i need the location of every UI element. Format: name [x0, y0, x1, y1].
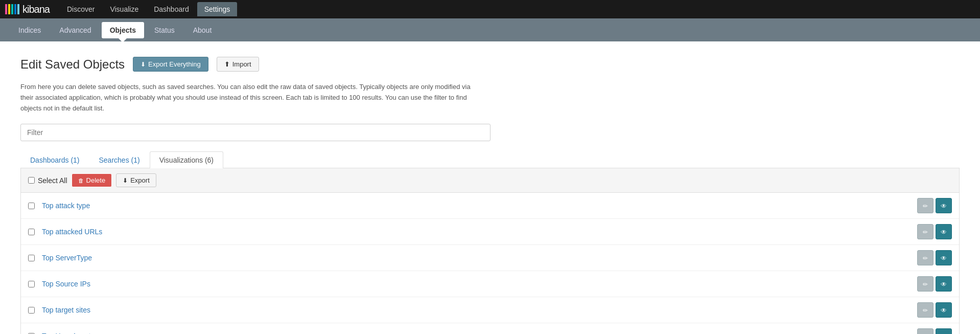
table-row: Top attack type	[21, 193, 959, 219]
secondary-nav: Indices Advanced Objects Status About	[0, 18, 980, 41]
main-content: Edit Saved Objects Export Everything ⬆ I…	[0, 41, 980, 334]
logo-bar-3	[11, 4, 13, 14]
nav-discover[interactable]: Discover	[60, 2, 102, 16]
export-icon	[123, 176, 128, 184]
trash-icon	[78, 176, 84, 184]
top-nav-items: Discover Visualize Dashboard Settings	[60, 2, 237, 16]
row-checkbox-3[interactable]	[28, 255, 35, 261]
eye-icon	[941, 280, 947, 288]
top-nav: kibana Discover Visualize Dashboard Sett…	[0, 0, 980, 18]
pencil-icon	[923, 280, 928, 288]
table-row: Top ServerType	[21, 245, 959, 271]
table-row: Top target sites	[21, 297, 959, 323]
row-name-6[interactable]: Top User Agent	[42, 332, 917, 334]
edit-button-2[interactable]	[917, 224, 934, 239]
export-label: Export	[130, 176, 150, 184]
eye-icon	[941, 254, 947, 262]
delete-button[interactable]: Delete	[72, 173, 112, 187]
row-checkbox-2[interactable]	[28, 229, 35, 235]
eye-icon	[941, 202, 947, 210]
table-row: Top User Agent	[21, 323, 959, 334]
view-button-6[interactable]	[936, 328, 952, 334]
row-name-3[interactable]: Top ServerType	[42, 254, 917, 262]
nav-dashboard[interactable]: Dashboard	[147, 2, 196, 16]
row-actions-6	[917, 328, 952, 334]
logo-text: kibana	[22, 4, 50, 15]
logo: kibana	[5, 4, 50, 15]
logo-bar-4	[14, 4, 16, 14]
tabs: Dashboards (1) Searches (1) Visualizatio…	[20, 151, 960, 168]
export-everything-label: Export Everything	[148, 60, 201, 68]
sec-nav-advanced[interactable]: Advanced	[51, 22, 99, 38]
nav-visualize[interactable]: Visualize	[103, 2, 146, 16]
logo-bar-1	[5, 4, 7, 14]
page-header: Edit Saved Objects Export Everything ⬆ I…	[20, 57, 960, 72]
logo-bar-5	[17, 4, 19, 14]
pencil-icon	[923, 228, 928, 236]
row-name-2[interactable]: Top attacked URLs	[42, 228, 917, 236]
row-actions-2	[917, 224, 952, 239]
page-title: Edit Saved Objects	[20, 57, 125, 72]
upload-icon: ⬆	[224, 60, 230, 68]
nav-settings[interactable]: Settings	[197, 2, 238, 16]
pencil-icon	[923, 254, 928, 262]
view-button-5[interactable]	[936, 302, 952, 318]
select-all-text: Select All	[38, 176, 67, 185]
row-actions-3	[917, 250, 952, 265]
eye-icon	[941, 228, 947, 236]
table-toolbar: Select All Delete Export	[21, 168, 959, 193]
row-checkbox-1[interactable]	[28, 203, 35, 209]
sec-nav-status[interactable]: Status	[146, 22, 183, 38]
pencil-icon	[923, 202, 928, 210]
edit-button-6[interactable]	[917, 328, 934, 334]
delete-label: Delete	[86, 176, 106, 184]
table-row: Top Source IPs	[21, 271, 959, 297]
logo-bars	[5, 4, 19, 14]
row-checkbox-5[interactable]	[28, 307, 35, 314]
sec-nav-objects[interactable]: Objects	[102, 22, 144, 38]
table-area: Select All Delete Export Top attack type	[20, 168, 960, 334]
row-actions-4	[917, 276, 952, 292]
row-actions-1	[917, 198, 952, 213]
table-row: Top attacked URLs	[21, 219, 959, 245]
eye-icon	[941, 332, 947, 334]
edit-button-3[interactable]	[917, 250, 934, 265]
edit-button-5[interactable]	[917, 302, 934, 318]
select-all-label[interactable]: Select All	[28, 176, 67, 185]
view-button-1[interactable]	[936, 198, 952, 213]
view-button-3[interactable]	[936, 250, 952, 265]
pencil-icon	[923, 306, 928, 314]
eye-icon	[941, 306, 947, 314]
export-everything-button[interactable]: Export Everything	[133, 57, 208, 72]
tab-searches[interactable]: Searches (1)	[89, 151, 150, 168]
logo-bar-2	[8, 4, 10, 14]
import-button[interactable]: ⬆ Import	[217, 57, 259, 72]
import-label: Import	[232, 60, 251, 68]
export-button[interactable]: Export	[116, 173, 156, 187]
edit-button-4[interactable]	[917, 276, 934, 292]
pencil-icon	[923, 332, 928, 334]
edit-button-1[interactable]	[917, 198, 934, 213]
view-button-2[interactable]	[936, 224, 952, 239]
sec-nav-indices[interactable]: Indices	[10, 22, 49, 38]
row-checkbox-4[interactable]	[28, 281, 35, 287]
tab-dashboards[interactable]: Dashboards (1)	[20, 151, 89, 168]
row-actions-5	[917, 302, 952, 318]
tab-visualizations[interactable]: Visualizations (6)	[150, 151, 223, 168]
row-name-1[interactable]: Top attack type	[42, 202, 917, 210]
select-all-checkbox[interactable]	[28, 177, 35, 184]
row-name-5[interactable]: Top target sites	[42, 306, 917, 314]
sec-nav-about[interactable]: About	[185, 22, 220, 38]
filter-input[interactable]	[20, 124, 491, 141]
download-icon	[141, 60, 146, 68]
page-description: From here you can delete saved objects, …	[20, 82, 480, 114]
view-button-4[interactable]	[936, 276, 952, 292]
row-name-4[interactable]: Top Source IPs	[42, 280, 917, 288]
